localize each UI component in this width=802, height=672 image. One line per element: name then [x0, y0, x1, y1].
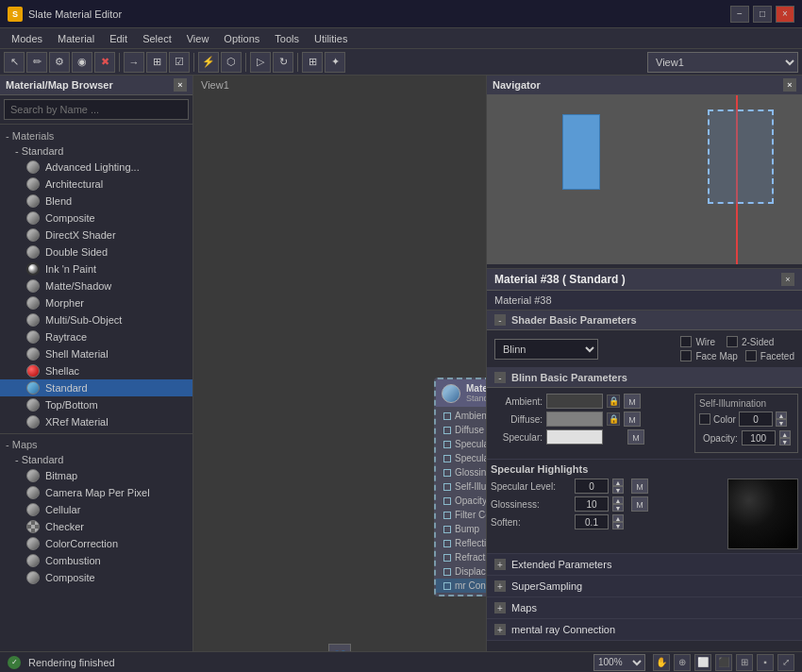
glossiness-map[interactable]: M	[631, 496, 648, 512]
node-row-self-illum[interactable]: Self-Illumination	[436, 479, 486, 494]
soften-value[interactable]	[575, 514, 609, 529]
tool-play[interactable]: ▷	[250, 52, 271, 73]
status-small-icon[interactable]: ▪	[757, 654, 774, 671]
minimize-button[interactable]: −	[730, 6, 749, 23]
item-matte-shadow[interactable]: Matte/Shadow	[0, 277, 192, 294]
status-grid-icon[interactable]: ⊞	[736, 654, 753, 671]
maps-header[interactable]: + Maps	[487, 597, 802, 618]
node-row-bump[interactable]: Bump	[436, 522, 486, 536]
tool-grid[interactable]: ⊞	[146, 52, 167, 73]
item-colorcorrection[interactable]: ColorCorrection	[0, 535, 192, 552]
search-input[interactable]	[4, 99, 189, 120]
menu-modes[interactable]: Modes	[4, 31, 50, 46]
tool-settings[interactable]: ⚙	[49, 52, 70, 73]
navigator-close[interactable]: ×	[783, 78, 796, 92]
opacity-down[interactable]: ▼	[779, 438, 791, 445]
item-architectural[interactable]: Architectural	[0, 176, 192, 193]
menu-select[interactable]: Select	[135, 31, 179, 46]
blinn-section-header[interactable]: - Blinn Basic Parameters	[487, 368, 802, 388]
tool-check[interactable]: ☑	[169, 52, 190, 73]
menu-view[interactable]: View	[179, 31, 217, 46]
opacity-value[interactable]	[742, 430, 776, 445]
mental-ray-header[interactable]: + mental ray Connection	[487, 619, 802, 640]
diffuse-swatch[interactable]	[546, 412, 603, 427]
prop-close[interactable]: ×	[781, 273, 794, 286]
item-morpher[interactable]: Morpher	[0, 294, 192, 311]
extended-params-header[interactable]: + Extended Parameters	[487, 554, 802, 575]
item-multi-sub[interactable]: Multi/Sub-Object	[0, 311, 192, 328]
tool-delete[interactable]: ✖	[94, 52, 115, 73]
tool-hex[interactable]: ⬡	[221, 52, 242, 73]
navigator-content[interactable]	[487, 95, 802, 264]
facemap-checkbox[interactable]	[680, 350, 692, 361]
item-directx-shader[interactable]: DirectX Shader	[0, 227, 192, 244]
two-sided-checkbox[interactable]	[727, 336, 738, 347]
item-composite-map[interactable]: Composite	[0, 569, 192, 586]
item-advanced-lighting[interactable]: Advanced Lighting...	[0, 159, 192, 176]
menu-tools[interactable]: Tools	[267, 31, 307, 46]
view-dropdown[interactable]: View1	[647, 52, 798, 73]
ambient-lock[interactable]: 🔒	[607, 395, 620, 408]
spec-level-up[interactable]: ▲	[612, 479, 624, 486]
status-rect-icon[interactable]: ⬜	[694, 654, 711, 671]
item-bitmap[interactable]: Bitmap	[0, 467, 192, 484]
glossiness-up[interactable]: ▲	[612, 496, 624, 504]
shader-type-select[interactable]: Blinn	[494, 339, 598, 360]
spec-level-map[interactable]: M	[631, 479, 648, 494]
maps-group[interactable]: - Maps	[0, 437, 192, 452]
status-hand-icon[interactable]: ✋	[653, 654, 670, 671]
status-expand-icon[interactable]: ⤢	[777, 654, 794, 671]
soften-up[interactable]: ▲	[612, 514, 624, 522]
shader-section-header[interactable]: - Shader Basic Parameters	[487, 311, 802, 330]
item-cellular[interactable]: Cellular	[0, 501, 192, 518]
spec-level-down[interactable]: ▼	[612, 486, 624, 494]
status-target-icon[interactable]: ⊕	[674, 654, 691, 671]
item-composite[interactable]: Composite	[0, 210, 192, 227]
status-dark-icon[interactable]: ⬛	[715, 654, 732, 671]
self-illum-value[interactable]	[739, 412, 773, 427]
node-row-ambient[interactable]: Ambient Color	[436, 409, 486, 423]
item-blend[interactable]: Blend	[0, 193, 192, 210]
ambient-swatch[interactable]	[546, 394, 603, 409]
item-double-sided[interactable]: Double Sided	[0, 244, 192, 260]
item-top-bottom[interactable]: Top/Bottom	[0, 396, 192, 413]
node-row-reflection[interactable]: Reflection	[436, 536, 486, 550]
wire-checkbox[interactable]	[680, 336, 692, 347]
tool-select-arrow[interactable]: ↖	[4, 52, 25, 73]
item-camera-map[interactable]: Camera Map Per Pixel	[0, 484, 192, 501]
tool-light[interactable]: ⚡	[198, 52, 219, 73]
spec-level-value[interactable]	[575, 479, 609, 494]
menu-edit[interactable]: Edit	[102, 31, 135, 46]
node-row-opacity[interactable]: Opacity	[436, 494, 486, 508]
node-row-specular[interactable]: Specular Color	[436, 437, 486, 451]
menu-material[interactable]: Material	[50, 31, 102, 46]
diffuse-lock[interactable]: 🔒	[607, 412, 620, 426]
tool-pen[interactable]: ✏	[26, 52, 47, 73]
glossiness-down[interactable]: ▼	[612, 504, 624, 512]
standard-group[interactable]: - Standard	[0, 143, 192, 159]
item-standard[interactable]: Standard	[0, 379, 192, 396]
soften-down[interactable]: ▼	[612, 522, 624, 529]
glossiness-value[interactable]	[575, 496, 609, 512]
menu-utilities[interactable]: Utilities	[307, 31, 355, 46]
item-ink-paint[interactable]: Ink 'n Paint	[0, 260, 192, 277]
node-row-refraction[interactable]: Refraction	[436, 550, 486, 564]
supersampling-header[interactable]: + SuperSampling	[487, 576, 802, 596]
material-node[interactable]: Material #38 Standard ··· Ambient Color …	[434, 378, 486, 596]
menu-options[interactable]: Options	[216, 31, 267, 46]
item-combustion[interactable]: Combustion	[0, 552, 192, 569]
materials-group[interactable]: - Materials	[0, 128, 192, 143]
self-illum-down[interactable]: ▼	[776, 419, 787, 427]
item-shell-material[interactable]: Shell Material	[0, 345, 192, 362]
node-row-mr[interactable]: mr Connection +	[436, 579, 486, 593]
faceted-checkbox[interactable]	[745, 350, 757, 361]
close-button[interactable]: ×	[776, 6, 794, 23]
ambient-map[interactable]: M	[624, 394, 641, 409]
diffuse-map[interactable]: M	[624, 412, 641, 427]
item-raytrace[interactable]: Raytrace	[0, 328, 192, 345]
tool-arrow-right[interactable]: →	[124, 52, 144, 73]
specular-map[interactable]: M	[627, 429, 644, 445]
browser-close[interactable]: ×	[174, 78, 187, 92]
zoom-select[interactable]: 100%	[593, 654, 645, 671]
maps-standard-group[interactable]: - Standard	[0, 452, 192, 467]
